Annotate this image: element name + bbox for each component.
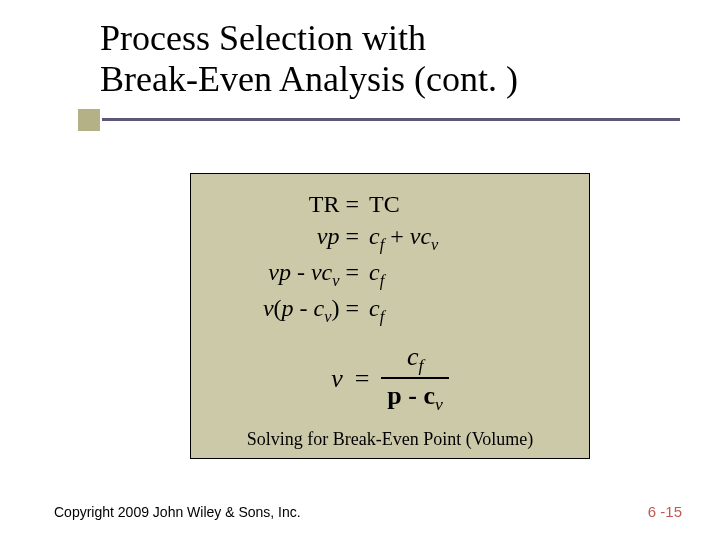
formula-box: TR = TC vp = cf + vcv vp - vcv = cf v(p … [190, 173, 590, 459]
rule-line [102, 118, 680, 121]
eq2-left: vp [317, 223, 340, 249]
eq2-right: cf + vcv [369, 220, 571, 256]
title-rule [78, 109, 680, 131]
equation-list: TR = TC vp = cf + vcv vp - vcv = cf v(p … [209, 188, 571, 415]
equation-row-2: vp = cf + vcv [209, 220, 571, 256]
copyright-text: Copyright 2009 John Wiley & Sons, Inc. [54, 504, 301, 520]
title-line-1: Process Selection with [100, 18, 426, 58]
final-lhs: v [331, 361, 355, 396]
equation-row-4: v(p - cv) = cf [209, 292, 571, 328]
equation-row-1: TR = TC [209, 188, 571, 220]
equation-final: v = cf p - cv [209, 342, 571, 415]
eq3-left: vp - vcv = [209, 256, 369, 292]
title-line-2: Break-Even Analysis (cont. ) [100, 59, 518, 99]
eq3-right: cf [369, 256, 571, 292]
eq4-right: cf [369, 292, 571, 328]
accent-square-icon [78, 109, 100, 131]
final-eq: = [355, 361, 382, 396]
formula-caption: Solving for Break-Even Point (Volume) [209, 429, 571, 450]
eq1-right: TC [369, 191, 400, 217]
eq4-left: v(p - cv) = [209, 292, 369, 328]
fraction-numerator: cf [401, 342, 429, 376]
fraction-bar-icon [381, 377, 449, 379]
fraction-denominator: p - cv [381, 381, 449, 415]
page-number: 6 -15 [648, 503, 682, 520]
final-fraction: cf p - cv [381, 342, 449, 415]
equation-row-3: vp - vcv = cf [209, 256, 571, 292]
eq1-left: TR [309, 191, 340, 217]
slide-title: Process Selection with Break-Even Analys… [100, 18, 680, 101]
slide: Process Selection with Break-Even Analys… [0, 0, 720, 540]
